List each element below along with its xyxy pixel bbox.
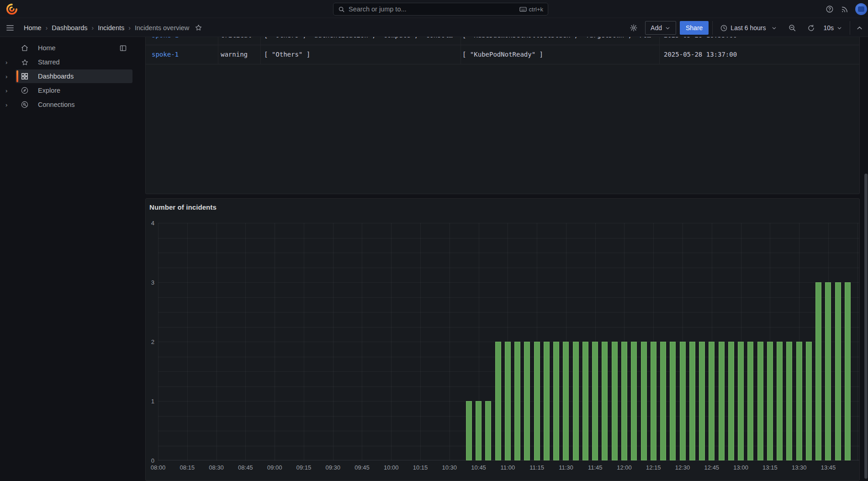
cell-alerts: [ "KubeDaemonSetRolloutStuck", "TargetDo…: [462, 37, 661, 45]
incident-bar-10:55: [495, 342, 501, 460]
table-row: spoke-1critical[ "Others", "authenticati…: [146, 37, 859, 45]
incident-bar-11:00: [505, 342, 511, 460]
chevron-right-icon[interactable]: ›: [5, 87, 12, 94]
gridline-h: [158, 297, 859, 298]
table-row-clipped: spoke-1critical[ "Others", "authenticati…: [146, 37, 859, 45]
share-button[interactable]: Share: [680, 21, 709, 35]
chevron-down-icon: [771, 25, 777, 31]
gridline-v: [362, 223, 362, 460]
cluster-link[interactable]: spoke-1: [152, 37, 179, 39]
menu-toggle-icon[interactable]: [5, 23, 15, 32]
sidebar-item-label: Explore: [38, 87, 60, 94]
gridline-v: [450, 223, 450, 460]
x-axis-tick-label: 13:15: [762, 464, 778, 471]
refresh-interval-picker[interactable]: 10s: [820, 21, 846, 35]
incident-bar-10:50: [485, 401, 491, 460]
search-icon: [338, 6, 345, 13]
incident-bar-11:45: [592, 342, 598, 460]
incidents-table-panel: spoke-1critical[ "Others", "authenticati…: [145, 37, 860, 194]
incident-bar-13:35: [806, 342, 812, 460]
breadcrumb-item-incidents[interactable]: Incidents: [98, 24, 124, 32]
incident-bar-13:55: [845, 282, 851, 460]
refresh-button[interactable]: [804, 21, 819, 35]
sidebar-item-highlight: [16, 41, 132, 55]
clock-icon: [720, 24, 728, 32]
gridline-h: [158, 327, 859, 328]
breadcrumb-item-dashboards[interactable]: Dashboards: [52, 24, 87, 32]
bar-chart-plot: 0123408:0008:1508:3008:4509:0009:1509:30…: [158, 223, 859, 460]
favorite-star-icon[interactable]: [195, 24, 202, 32]
add-button[interactable]: Add: [645, 21, 676, 35]
sidebar-item-dashboards[interactable]: ›Dashboards: [0, 69, 134, 83]
incident-bar-12:55: [728, 342, 734, 460]
incident-bar-11:30: [563, 342, 569, 460]
incident-bar-12:50: [719, 342, 725, 460]
incident-bar-11:40: [582, 342, 588, 460]
gridline-h: [158, 253, 859, 253]
zoom-out-time-button[interactable]: [784, 21, 800, 35]
chevron-up-icon[interactable]: [856, 24, 863, 32]
chevron-right-icon[interactable]: ›: [5, 59, 12, 66]
gridline-v: [420, 223, 421, 460]
dock-icon[interactable]: [119, 44, 127, 52]
dashboard-toolbar: Home›Dashboards›Incidents›Incidents over…: [0, 19, 868, 37]
breadcrumb-item-home[interactable]: Home: [24, 24, 42, 32]
cell-time: 2025-05-28 10:55:00: [664, 37, 856, 45]
time-range-picker[interactable]: Last 6 hours: [716, 21, 781, 35]
x-axis-tick-label: 12:15: [646, 464, 661, 471]
avatar[interactable]: [855, 3, 867, 15]
sidebar-item-home[interactable]: Home: [0, 41, 134, 55]
dashboards-icon: [20, 72, 29, 80]
y-axis-tick-label: 0: [151, 457, 154, 464]
table-row: spoke-1warning[ "Others" ][ "KubePodNotR…: [146, 45, 859, 64]
gridline-h: [158, 238, 859, 238]
gridline-v: [275, 223, 275, 460]
x-axis-tick-label: 13:00: [733, 464, 748, 471]
x-axis-tick-label: 09:15: [296, 464, 312, 471]
incident-bar-11:20: [544, 342, 550, 460]
column-divider: [659, 37, 660, 64]
incident-bar-13:25: [786, 342, 792, 460]
grafana-logo-icon[interactable]: [6, 3, 18, 15]
sidebar-item-connections[interactable]: ›Connections: [0, 98, 134, 111]
gridline-v: [857, 223, 858, 460]
sidebar-item-highlight: [16, 84, 132, 97]
dashboard-settings-button[interactable]: [626, 21, 641, 35]
sidebar-item-explore[interactable]: ›Explore: [0, 84, 134, 97]
home-icon: [20, 44, 29, 52]
x-axis-tick-label: 09:45: [355, 464, 370, 471]
gridline-v: [333, 223, 333, 460]
breadcrumb-separator: ›: [92, 24, 94, 32]
cell-cluster: spoke-1: [152, 45, 216, 64]
cell-time: 2025-05-28 13:37:00: [664, 45, 856, 64]
y-axis-tick-label: 2: [151, 338, 154, 345]
search-input[interactable]: Search or jump to... ctrl+k: [333, 3, 548, 16]
incident-bar-12:30: [680, 342, 686, 460]
sidebar-item-starred[interactable]: ›Starred: [0, 55, 134, 69]
chevron-right-icon[interactable]: ›: [5, 101, 12, 108]
sidebar-item-highlight: [16, 69, 132, 83]
y-axis-tick-label: 4: [151, 220, 154, 227]
incident-bar-11:25: [553, 342, 559, 460]
column-divider: [460, 37, 461, 64]
news-icon[interactable]: [841, 5, 848, 13]
cell-cluster: spoke-1: [152, 37, 216, 45]
cluster-link[interactable]: spoke-1: [152, 51, 179, 58]
x-axis-tick-label: 11:45: [588, 464, 603, 471]
toolbar-actions: Add Share Last 6 hours 10s: [626, 19, 864, 37]
scrollbar-thumb[interactable]: [864, 174, 868, 479]
chevron-right-icon[interactable]: ›: [5, 73, 12, 80]
sidebar-item-label: Dashboards: [38, 73, 74, 80]
sidebar-item-label: Home: [38, 44, 56, 52]
incident-bar-11:15: [534, 342, 540, 460]
incident-bar-13:20: [777, 342, 783, 460]
x-axis-tick-label: 08:30: [209, 464, 224, 471]
gridline-h: [158, 268, 859, 268]
incident-bar-13:40: [815, 282, 821, 460]
x-axis-tick-label: 10:15: [413, 464, 428, 471]
incidents-chart-panel: Number of incidents 0123408:0008:1508:30…: [145, 198, 860, 481]
incident-bar-12:10: [641, 342, 647, 460]
y-axis-tick-label: 1: [151, 398, 154, 405]
incident-bar-11:55: [612, 342, 618, 460]
help-icon[interactable]: [826, 5, 834, 13]
